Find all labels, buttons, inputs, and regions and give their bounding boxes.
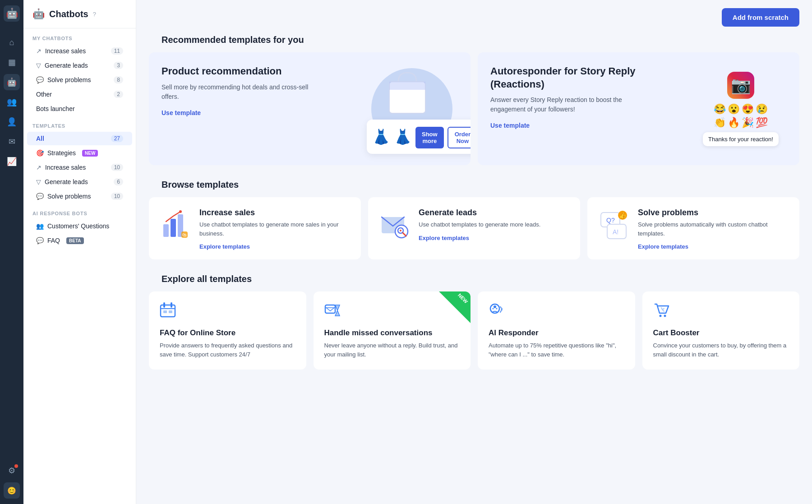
- templates-label: TEMPLATES: [23, 116, 136, 131]
- sidebar-item-increase-sales[interactable]: ↗ Increase sales 11: [27, 44, 132, 58]
- svg-rect-24: [169, 310, 172, 313]
- browse-title: Browse templates: [149, 180, 799, 197]
- tpl-solve-problems-icon: 💬: [36, 193, 44, 200]
- product-rec-desc: Sell more by recommending hot deals and …: [161, 83, 324, 102]
- settings-icon[interactable]: ⚙: [4, 462, 20, 479]
- svg-point-28: [494, 305, 496, 308]
- sidebar-item-solve-problems[interactable]: 💬 Solve problems 8: [27, 73, 132, 87]
- browse-increase-sales-card: 🛍 Increase sales Use chatbot templates t…: [149, 197, 361, 259]
- sidebar-item-faq[interactable]: 💬 FAQ BETA: [27, 234, 132, 247]
- add-from-scratch-button[interactable]: Add from scratch: [722, 8, 799, 27]
- sidebar-item-generate-leads[interactable]: ▽ Generate leads 3: [27, 59, 132, 72]
- emoji-grid: 😂 😮 😍 😢 👏 🔥 🎉 💯: [714, 103, 768, 129]
- cart-booster-icon: [653, 302, 789, 322]
- emoji-clap: 👏: [714, 117, 726, 129]
- sidebar-title: Chatbots: [49, 9, 88, 19]
- svg-text:Q?: Q?: [606, 217, 615, 224]
- main-content: Add from scratch Recommended templates f…: [136, 0, 812, 504]
- autoresponder-link[interactable]: Use template: [490, 122, 530, 129]
- browse-sales-link[interactable]: Explore templates: [199, 243, 250, 250]
- browse-leads-title: Generate leads: [419, 208, 540, 217]
- browse-sales-desc: Use chatbot templates to generate more s…: [199, 220, 350, 238]
- contacts-icon[interactable]: 👥: [4, 94, 20, 110]
- sidebar-label-tpl-increase-sales: Increase sales: [45, 164, 86, 171]
- product-rec-title: Product recommendation: [161, 65, 324, 78]
- avatar-icon[interactable]: 😊: [4, 482, 20, 499]
- browse-grid: 🛍 Increase sales Use chatbot templates t…: [149, 197, 799, 259]
- sidebar-item-all[interactable]: All 27: [27, 132, 132, 145]
- chatbot-header-icon: 🤖: [32, 8, 45, 20]
- person-icon[interactable]: 👤: [4, 114, 20, 130]
- dress-card: 👗 👗 Show more Order Now: [367, 120, 471, 154]
- autoresponder-card: Autoresponder for Story Reply (Reactions…: [478, 52, 799, 165]
- explore-ai-card[interactable]: AI Responder Automate up to 75% repetiti…: [478, 291, 635, 370]
- svg-text:A!: A!: [613, 228, 618, 236]
- emoji-cry: 😢: [756, 103, 768, 115]
- bot-icon[interactable]: 🤖: [4, 74, 20, 90]
- dashboard-icon[interactable]: ▦: [4, 54, 20, 70]
- all-count: 27: [111, 135, 123, 142]
- sidebar-item-tpl-increase-sales[interactable]: ↗ Increase sales 10: [27, 161, 132, 174]
- recommended-grid: Product recommendation Sell more by reco…: [149, 52, 799, 165]
- product-recommendation-card: Product recommendation Sell more by reco…: [149, 52, 471, 165]
- browse-leads-content: Generate leads Use chatbot templates to …: [419, 208, 540, 242]
- recommended-title: Recommended templates for you: [149, 35, 799, 52]
- browse-section: Browse templates 🛍 Increase sa: [136, 180, 812, 274]
- svg-rect-3: [171, 219, 176, 237]
- chart-icon[interactable]: 📈: [4, 153, 20, 170]
- browse-sales-icon: 🛍: [160, 208, 192, 240]
- home-icon[interactable]: ⌂: [4, 34, 20, 51]
- svg-rect-23: [163, 310, 167, 313]
- customers-questions-icon: 👥: [36, 222, 44, 230]
- order-now-button[interactable]: Order Now: [448, 127, 471, 148]
- strategies-new-badge: NEW: [82, 150, 98, 157]
- explore-cart-title: Cart Booster: [653, 328, 789, 338]
- explore-missed-desc: Never leave anyone without a reply. Buil…: [324, 341, 460, 359]
- browse-problems-desc: Solve problems automatically with custom…: [638, 220, 789, 238]
- sidebar-item-tpl-solve-problems[interactable]: 💬 Solve problems 10: [27, 190, 132, 203]
- svg-point-32: [664, 315, 666, 317]
- sidebar-item-strategies[interactable]: 🎯 Strategies NEW: [27, 146, 132, 160]
- help-icon[interactable]: ?: [93, 11, 96, 18]
- sidebar-label-other: Other: [36, 91, 52, 98]
- explore-missed-card[interactable]: NEW Handle missed conversations Never le…: [314, 291, 471, 370]
- sidebar-label-tpl-generate-leads: Generate leads: [45, 178, 88, 185]
- logo-icon[interactable]: 🤖: [4, 5, 20, 22]
- email-icon[interactable]: ✉: [4, 134, 20, 150]
- dress-emoji-1: 👗: [372, 128, 390, 145]
- autoresponder-illustration: 📷 😂 😮 😍 😢 👏 🔥 🎉 💯 Thanks for your reacti…: [682, 52, 799, 165]
- explore-faq-desc: Provide answers to frequently asked ques…: [160, 341, 295, 359]
- new-ribbon: [439, 291, 471, 323]
- emoji-wow: 😮: [728, 103, 740, 115]
- explore-cart-card[interactable]: Cart Booster Convince your customers to …: [642, 291, 800, 370]
- explore-faq-card[interactable]: FAQ for Online Store Provide answers to …: [149, 291, 306, 370]
- svg-point-5: [179, 210, 182, 213]
- sidebar-label-faq: FAQ: [47, 237, 60, 244]
- svg-point-30: [496, 308, 498, 310]
- svg-rect-2: [163, 224, 169, 237]
- sidebar-item-customers-questions[interactable]: 👥 Customers' Questions: [27, 219, 132, 233]
- reaction-bubble: Thanks for your reaction!: [703, 132, 779, 146]
- sidebar-item-tpl-generate-leads[interactable]: ▽ Generate leads 6: [27, 175, 132, 189]
- sidebar-label-increase-sales: Increase sales: [45, 47, 86, 55]
- increase-sales-icon: ↗: [36, 47, 42, 55]
- svg-rect-20: [163, 302, 165, 308]
- sidebar-label-bots-launcher: Bots launcher: [36, 105, 75, 112]
- ai-responder-icon: [489, 302, 624, 322]
- product-rec-link[interactable]: Use template: [161, 109, 201, 116]
- autoresponder-title: Autoresponder for Story Reply (Reactions…: [490, 65, 653, 91]
- explore-faq-title: FAQ for Online Store: [160, 328, 295, 338]
- browse-problems-link[interactable]: Explore templates: [638, 243, 688, 250]
- sidebar-item-other[interactable]: Other 2: [27, 88, 132, 101]
- main-header: Add from scratch: [136, 0, 812, 35]
- tpl-increase-sales-count: 10: [111, 164, 123, 171]
- svg-point-29: [493, 308, 494, 310]
- browse-generate-leads-card: Generate leads Use chatbot templates to …: [368, 197, 580, 259]
- sidebar-item-bots-launcher[interactable]: Bots launcher: [27, 102, 132, 116]
- browse-leads-link[interactable]: Explore templates: [419, 235, 469, 241]
- browse-sales-content: Increase sales Use chatbot templates to …: [199, 208, 350, 250]
- svg-point-12: [400, 230, 401, 231]
- browse-solve-problems-card: Q? A! 👍 Solve problems Solve problems au…: [587, 197, 799, 259]
- show-more-button[interactable]: Show more: [415, 127, 444, 148]
- dress-emoji-2: 👗: [394, 128, 412, 145]
